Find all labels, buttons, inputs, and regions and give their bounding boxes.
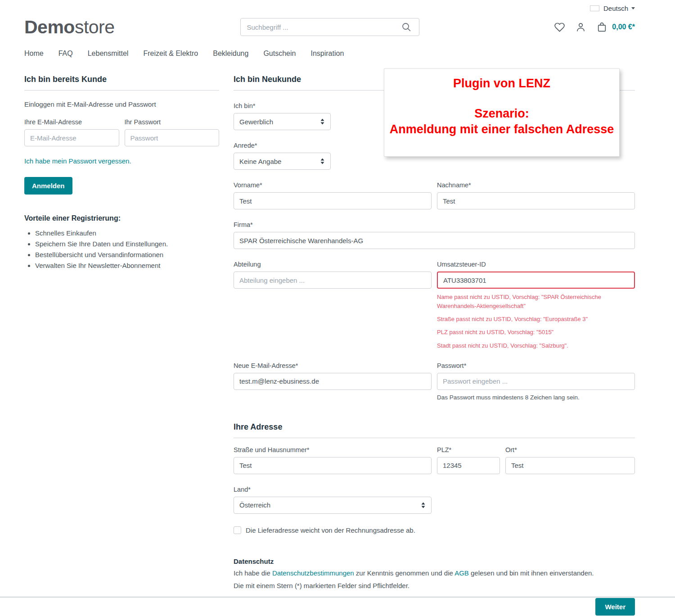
street-label: Straße und Hausnummer* (234, 446, 432, 453)
header: Demostore 0,00 €* (24, 16, 635, 38)
select-arrows-icon (421, 502, 426, 508)
benefit-item: Bestellübersicht und Versandinformatione… (35, 251, 219, 258)
street-input[interactable] (234, 457, 432, 474)
nav-item-freizeit-elektro[interactable]: Freizeit & Elektro (143, 50, 198, 58)
chevron-down-icon (631, 7, 635, 9)
continue-button[interactable]: Weiter (595, 598, 635, 616)
language-selector[interactable]: Deutsch (603, 5, 635, 12)
wishlist-button[interactable] (554, 22, 565, 33)
department-group: Abteilung (234, 261, 432, 350)
vat-id-input[interactable] (437, 272, 635, 289)
shopping-bag-icon (596, 22, 608, 33)
account-button[interactable] (575, 22, 586, 33)
different-shipping-label: Die Lieferadresse weicht von der Rechnun… (246, 526, 415, 534)
vat-error-name: Name passt nicht zu USTID, Vorschlag: "S… (437, 293, 634, 311)
login-submit-button[interactable]: Anmelden (24, 177, 72, 195)
vat-id-label: Umsatzsteuer-ID (437, 261, 635, 268)
nav-item-bekleidung[interactable]: Bekleidung (213, 50, 248, 58)
nav-item-gutschein[interactable]: Gutschein (263, 50, 296, 58)
first-name-group: Vorname* (234, 181, 432, 209)
cart-button[interactable]: 0,00 €* (596, 22, 635, 33)
last-name-group: Nachname* (437, 181, 635, 209)
benefit-item: Schnelles Einkaufen (35, 229, 219, 237)
privacy-title: Datenschutz (234, 557, 635, 565)
select-arrows-icon (320, 118, 325, 125)
benefit-item: Verwalten Sie Ihr Newsletter-Abonnement (35, 262, 219, 269)
person-icon (575, 22, 586, 33)
zip-label: PLZ* (437, 446, 500, 453)
terms-link[interactable]: AGB (454, 569, 469, 577)
privacy-text-after: gelesen und bin mit ihnen einverstanden. (469, 569, 594, 577)
privacy-section: Datenschutz Ich habe die Datenschutzbest… (234, 557, 635, 591)
department-input[interactable] (234, 272, 432, 289)
privacy-policy-link[interactable]: Datenschutzbestimmungen (272, 569, 354, 577)
overlay-scenario-label: Szenario: (384, 106, 619, 121)
password-label: Passwort* (437, 362, 635, 369)
last-name-input[interactable] (437, 192, 635, 209)
nav-item-lebensmittel[interactable]: Lebensmittel (88, 50, 129, 58)
login-title: Ich bin bereits Kunde (24, 75, 219, 91)
nav-item-home[interactable]: Home (24, 50, 44, 58)
city-group: Ort* (505, 446, 635, 474)
vat-id-group: Umsatzsteuer-ID Name passt nicht zu USTI… (437, 261, 635, 350)
company-group: Firma* (234, 221, 635, 249)
search-icon[interactable] (401, 19, 418, 35)
header-actions: 0,00 €* (419, 22, 635, 33)
logo-light-text: store (75, 17, 115, 37)
country-group: Land* Österreich (234, 486, 635, 514)
account-type-select[interactable]: Gewerblich (234, 113, 331, 130)
logo-bold-text: Demo (24, 17, 75, 37)
last-name-label: Nachname* (437, 181, 635, 189)
zip-group: PLZ* (437, 446, 500, 474)
city-label: Ort* (505, 446, 635, 453)
overlay-scenario-text: Anmeldung mit einer falschen Adresse (384, 122, 619, 137)
vat-error-city: Stadt passt nicht zu USTID, Vorschlag: "… (437, 341, 634, 350)
footer-divider (0, 597, 675, 598)
different-shipping-checkbox-row[interactable]: Die Lieferadresse weicht von der Rechnun… (234, 526, 635, 534)
heart-icon (554, 22, 565, 33)
login-email-input[interactable] (24, 129, 119, 146)
benefit-item: Speichern Sie Ihre Daten und Einstellung… (35, 240, 219, 248)
address-title: Ihre Adresse (234, 422, 635, 438)
benefits-title: Vorteile einer Registrierung: (24, 214, 219, 222)
salutation-value: Keine Angabe (239, 158, 281, 165)
email-label: Neue E-Mail-Adresse* (234, 362, 432, 369)
select-arrows-icon (320, 158, 325, 164)
zip-input[interactable] (437, 457, 500, 474)
privacy-text-before: Ich habe die (234, 569, 272, 577)
login-subtitle: Einloggen mit E-Mail-Adresse und Passwor… (24, 100, 219, 108)
different-shipping-checkbox[interactable] (234, 526, 241, 534)
forgot-password-link[interactable]: Ich habe mein Passwort vergessen. (24, 157, 131, 165)
address-section: Ihre Adresse Straße und Hausnummer* PLZ*… (234, 422, 635, 534)
vat-error-zip: PLZ passt nicht zu USTID, Vorschlag: "50… (437, 328, 634, 337)
salutation-select[interactable]: Keine Angabe (234, 153, 331, 170)
privacy-text: Ich habe die Datenschutzbestimmungen zur… (234, 568, 635, 578)
company-input[interactable] (234, 232, 635, 249)
nav-item-faq[interactable]: FAQ (58, 50, 73, 58)
city-input[interactable] (505, 457, 635, 474)
login-password-label: Ihr Passwort (125, 118, 220, 126)
search-input[interactable] (240, 18, 419, 36)
password-group: Passwort* Das Passwort muss mindestens 8… (437, 362, 635, 401)
registration-benefits: Vorteile einer Registrierung: Schnelles … (24, 214, 219, 269)
store-logo[interactable]: Demostore (24, 17, 240, 38)
language-label: Deutsch (603, 5, 628, 12)
login-password-input[interactable] (125, 129, 220, 146)
first-name-input[interactable] (234, 192, 432, 209)
overlay-plugin-title: Plugin von LENZ (384, 76, 619, 91)
email-group: Neue E-Mail-Adresse* (234, 362, 432, 401)
password-hint: Das Passwort muss mindestens 8 Zeichen l… (437, 394, 635, 401)
topbar: Deutsch (24, 0, 635, 13)
country-select[interactable]: Österreich (234, 497, 432, 514)
login-password-group: Ihr Passwort (125, 118, 220, 146)
vat-error-street: Straße passt nicht zu USTID, Vorschlag: … (437, 315, 634, 324)
nav-item-inspiration[interactable]: Inspiration (310, 50, 344, 58)
account-type-value: Gewerblich (239, 118, 273, 126)
company-label: Firma* (234, 221, 635, 228)
plugin-overlay: Plugin von LENZ Szenario: Anmeldung mit … (384, 68, 620, 157)
password-input[interactable] (437, 373, 635, 390)
main-nav: Home FAQ Lebensmittel Freizeit & Elektro… (24, 50, 635, 58)
country-label: Land* (234, 486, 635, 493)
email-input[interactable] (234, 373, 432, 390)
required-fields-note: Die mit einem Stern (*) markierten Felde… (234, 581, 635, 591)
